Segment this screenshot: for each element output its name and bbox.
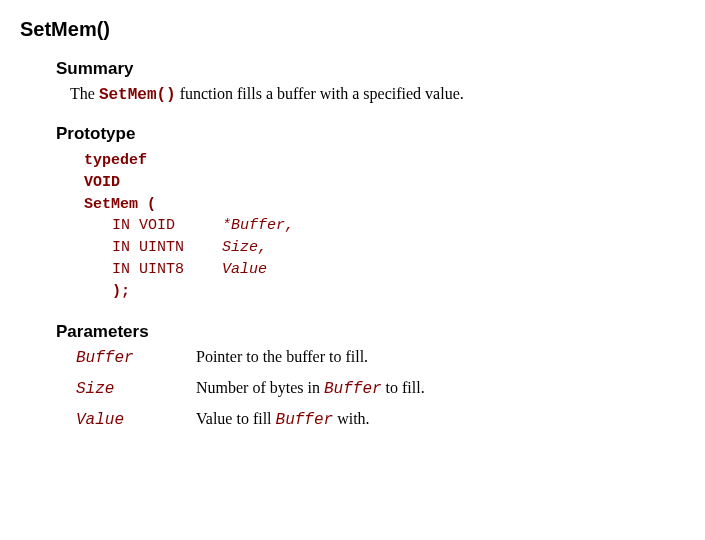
proto-arg-name: Value xyxy=(222,261,267,278)
param-name: Size xyxy=(76,380,196,398)
proto-arg-name: *Buffer, xyxy=(222,217,294,234)
param-desc: Number of bytes in Buffer to fill. xyxy=(196,379,425,398)
summary-heading: Summary xyxy=(56,59,685,79)
proto-fnname: SetMem ( xyxy=(84,196,156,213)
param-desc-pre: Number of bytes in xyxy=(196,379,324,396)
summary-post: function fills a buffer with a specified… xyxy=(176,85,464,102)
proto-arg-type: IN VOID xyxy=(112,215,222,237)
param-desc-code: Buffer xyxy=(324,380,382,398)
prototype-section: Prototype typedef VOID SetMem ( IN VOID*… xyxy=(56,124,685,302)
summary-text: The SetMem() function fills a buffer wit… xyxy=(70,85,685,104)
param-name: Value xyxy=(76,411,196,429)
param-desc: Value to fill Buffer with. xyxy=(196,410,370,429)
page-title: SetMem() xyxy=(20,18,685,41)
parameters-heading: Parameters xyxy=(56,322,685,342)
proto-arg-row: IN UINT8Value xyxy=(84,259,685,281)
proto-close: ); xyxy=(112,283,130,300)
proto-arg-row: IN UINTNSize, xyxy=(84,237,685,259)
summary-code: SetMem() xyxy=(99,86,176,104)
summary-section: Summary The SetMem() function fills a bu… xyxy=(56,59,685,104)
prototype-heading: Prototype xyxy=(56,124,685,144)
proto-arg-row: IN VOID*Buffer, xyxy=(84,215,685,237)
proto-typedef: typedef xyxy=(84,152,147,169)
param-row: Buffer Pointer to the buffer to fill. xyxy=(76,348,685,367)
param-desc-pre: Value to fill xyxy=(196,410,276,427)
param-name: Buffer xyxy=(76,349,196,367)
param-desc-post: with. xyxy=(333,410,369,427)
parameters-list: Buffer Pointer to the buffer to fill. Si… xyxy=(76,348,685,429)
param-desc: Pointer to the buffer to fill. xyxy=(196,348,368,367)
param-desc-post: to fill. xyxy=(382,379,425,396)
proto-return: VOID xyxy=(84,174,120,191)
proto-arg-name: Size, xyxy=(222,239,267,256)
param-row: Value Value to fill Buffer with. xyxy=(76,410,685,429)
prototype-code: typedef VOID SetMem ( IN VOID*Buffer, IN… xyxy=(84,150,685,302)
param-desc-pre: Pointer to the buffer to fill. xyxy=(196,348,368,365)
proto-arg-type: IN UINT8 xyxy=(112,259,222,281)
proto-arg-type: IN UINTN xyxy=(112,237,222,259)
parameters-section: Parameters Buffer Pointer to the buffer … xyxy=(56,322,685,429)
param-desc-code: Buffer xyxy=(276,411,334,429)
param-row: Size Number of bytes in Buffer to fill. xyxy=(76,379,685,398)
summary-pre: The xyxy=(70,85,99,102)
